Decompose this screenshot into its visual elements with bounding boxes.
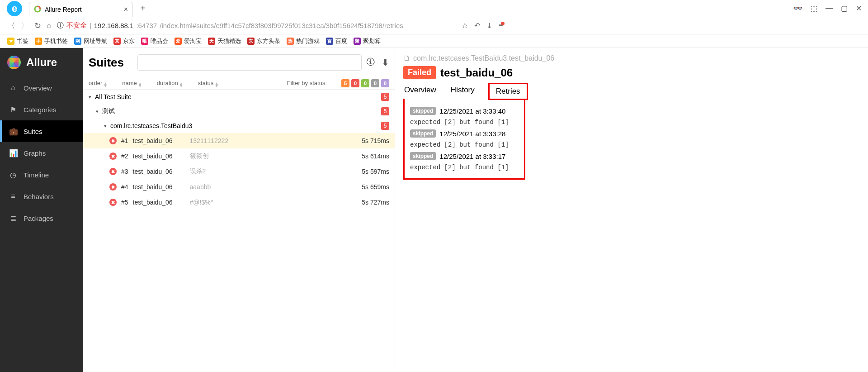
filter-badge[interactable]: 0 (351, 79, 359, 87)
close-window-icon[interactable]: ✕ (856, 4, 862, 13)
test-row[interactable]: ✖ #5 test_baidu_06 #@!$%^ 5s 727ms (83, 195, 395, 210)
mask-icon[interactable]: 👓 (793, 4, 802, 13)
suites-header: Suites 🛈 ⬇ (83, 48, 395, 77)
retry-entry[interactable]: skipped 12/25/2021 at 3:33:28 (410, 129, 519, 138)
filter-badge[interactable]: 0 (371, 79, 379, 87)
retry-entry[interactable]: skipped 12/25/2021 at 3:33:17 (410, 152, 519, 160)
status-failed-icon: ✖ (109, 137, 117, 144)
bookmark-item[interactable]: 天天猫精选 (208, 37, 241, 45)
test-name: test_baidu_06 (133, 199, 173, 206)
sidebar: Allure ⌂Overview⚑Categories💼Suites📊Graph… (0, 48, 83, 372)
test-title: test_baidu_06 (440, 67, 513, 79)
bookmark-item[interactable]: ★书签 (7, 37, 28, 45)
filter-label: Filter by status: (287, 80, 327, 86)
browser-logo-icon: e (7, 1, 22, 16)
security-warning: 不安全 (66, 21, 87, 30)
status-failed-icon: ✖ (109, 153, 117, 160)
back-icon[interactable]: 〈 (7, 20, 15, 31)
count-badge: 5 (381, 122, 389, 130)
menu-icon[interactable]: ≡ (499, 22, 506, 30)
bookmark-item[interactable]: 聚聚划算 (354, 37, 381, 45)
download-csv-icon[interactable]: ⬇ (382, 57, 389, 68)
test-row[interactable]: ✖ #3 test_baidu_06 误杀2 5s 597ms (83, 164, 395, 179)
sidebar-item-behaviors[interactable]: ≡Behaviors (0, 186, 83, 207)
retry-time: 12/25/2021 at 3:33:17 (439, 153, 505, 160)
bookmark-item[interactable]: 百百度 (326, 37, 347, 45)
col-duration[interactable]: duration▲▼ (157, 80, 184, 87)
test-param: 误杀2 (190, 167, 206, 176)
col-status[interactable]: status▲▼ (198, 80, 219, 87)
test-duration: 5s 659ms (362, 183, 389, 191)
sidebar-item-timeline[interactable]: ◷Timeline (0, 164, 83, 186)
sidebar-item-suites[interactable]: 💼Suites (0, 120, 83, 142)
filter-badge[interactable]: 0 (381, 79, 389, 87)
bookmark-item[interactable]: 网网址导航 (74, 37, 107, 45)
sidebar-item-packages[interactable]: ≣Packages (0, 207, 83, 229)
test-number: #4 (121, 183, 128, 191)
extension-icon[interactable]: ⬚ (811, 4, 817, 13)
sidebar-item-overview[interactable]: ⌂Overview (0, 77, 83, 99)
tab-history[interactable]: History (450, 83, 476, 100)
file-icon: 🗋 (403, 54, 410, 62)
detail-tabs: OverviewHistoryRetries (403, 83, 860, 100)
col-name[interactable]: name▲▼ (122, 80, 142, 87)
sidebar-item-graphs[interactable]: 📊Graphs (0, 142, 83, 164)
brand: Allure (0, 48, 83, 77)
bookmark-item[interactable]: 热热门游戏 (287, 37, 320, 45)
tab-overview[interactable]: Overview (403, 83, 437, 100)
count-badge: 5 (381, 107, 389, 115)
retry-entry[interactable]: skipped 12/25/2021 at 3:33:40 (410, 107, 519, 115)
tree-class[interactable]: ▾ com.lrc.testcases.TestBaidu3 5 (83, 119, 395, 133)
reload-icon[interactable]: ↻ (34, 21, 41, 31)
bookmark-item[interactable]: 唯唯品会 (141, 37, 168, 45)
bookmark-item[interactable]: 爱爱淘宝 (175, 37, 202, 45)
tree-suite[interactable]: ▾ 测试 5 (83, 104, 395, 119)
graphs-icon: 📊 (9, 149, 17, 157)
close-tab-icon[interactable]: × (124, 5, 128, 14)
test-row[interactable]: ✖ #2 test_baidu_06 筱筱创 5s 614ms (83, 148, 395, 164)
status-failed-icon: ✖ (109, 168, 117, 175)
address-bar: 〈 〉 ↻ ⌂ ⓘ 不安全 | 192.168.88.1:64737/index… (0, 17, 868, 34)
test-row[interactable]: ✖ #4 test_baidu_06 aaabbb 5s 659ms (83, 179, 395, 195)
allure-logo-icon (7, 56, 21, 69)
bookmark-item[interactable]: 京京东 (113, 37, 135, 45)
sidebar-item-label: Categories (24, 106, 57, 114)
tab-retries[interactable]: Retries (488, 83, 528, 100)
sidebar-item-label: Timeline (24, 171, 49, 179)
retry-message: expected [2] but found [1] (410, 141, 519, 148)
bookmark-item[interactable]: 手手机书签 (35, 37, 68, 45)
url-host: 192.168.88.1 (94, 22, 134, 29)
test-row[interactable]: ✖ #1 test_baidu_06 13211112222 5s 715ms (83, 133, 395, 148)
test-number: #1 (121, 137, 128, 144)
browser-tab[interactable]: Allure Report × (29, 2, 133, 17)
undo-icon[interactable]: ↶ (474, 21, 480, 30)
column-headers: order▲▼ name▲▼ duration▲▼ status▲▼ Filte… (83, 77, 395, 90)
status-badge: Failed (403, 66, 436, 79)
test-duration: 5s 597ms (362, 168, 389, 175)
filter-badges: 50000 (341, 79, 389, 87)
bookmark-item[interactable]: 东东方头条 (247, 37, 280, 45)
download-icon[interactable]: ⤓ (486, 21, 492, 30)
filter-badge[interactable]: 0 (361, 79, 369, 87)
bookmark-star-icon[interactable]: ☆ (462, 21, 468, 30)
test-duration: 5s 727ms (362, 199, 389, 206)
home-icon[interactable]: ⌂ (47, 21, 52, 30)
info-icon: ⓘ (57, 21, 64, 30)
tab-title: Allure Report (45, 6, 82, 13)
new-tab-button[interactable]: + (136, 3, 150, 14)
tree-root[interactable]: ▾ All Test Suite 5 (83, 90, 395, 104)
allure-app: Allure ⌂Overview⚑Categories💼Suites📊Graph… (0, 48, 868, 372)
info-icon[interactable]: 🛈 (366, 57, 375, 68)
url-field[interactable]: ⓘ 不安全 | 192.168.88.1:64737/index.html#su… (57, 21, 448, 30)
filter-badge[interactable]: 5 (341, 79, 349, 87)
packages-icon: ≣ (9, 214, 17, 223)
maximize-icon[interactable]: ▢ (841, 4, 848, 13)
search-input[interactable] (137, 54, 362, 71)
sidebar-item-categories[interactable]: ⚑Categories (0, 99, 83, 120)
detail-panel: 🗋 com.lrc.testcases.TestBaidu3.test_baid… (395, 48, 868, 372)
minimize-icon[interactable]: — (826, 4, 833, 13)
forward-icon[interactable]: 〉 (21, 20, 29, 31)
col-order[interactable]: order▲▼ (89, 80, 108, 87)
suites-panel: Suites 🛈 ⬇ order▲▼ name▲▼ duration▲▼ sta… (83, 48, 395, 372)
sidebar-item-label: Suites (24, 128, 42, 135)
